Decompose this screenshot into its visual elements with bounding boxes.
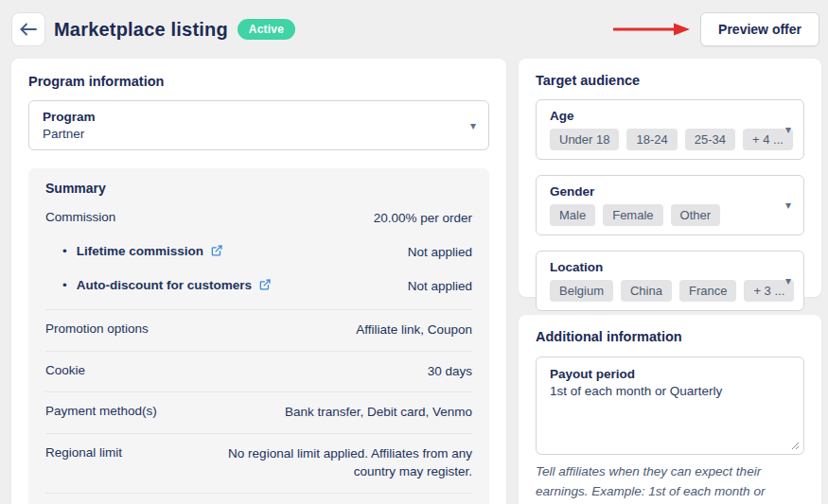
program-select[interactable]: Program Partner ▾ — [28, 100, 489, 150]
age-chip: 18-24 — [626, 129, 677, 150]
location-chip: China — [621, 280, 672, 302]
age-chip: 25-34 — [685, 129, 735, 150]
lifetime-commission-row: Lifetime commission Not applied — [45, 244, 472, 262]
auto-discount-text: Auto-discount for customers — [77, 278, 252, 292]
payout-period-textarea[interactable]: Payout period 1st of each month or Quart… — [536, 356, 804, 455]
application-review-row: Application review Auto-approval — [45, 493, 472, 504]
cookie-label: Cookie — [45, 363, 85, 377]
location-chip: Belgium — [550, 280, 613, 302]
cookie-row: Cookie 30 days — [45, 351, 472, 392]
commission-value: 20.00% per order — [374, 210, 472, 228]
commission-label: Commission — [45, 210, 115, 224]
lifetime-commission-value: Not applied — [408, 244, 472, 262]
payout-period-label: Payout period — [550, 367, 790, 381]
auto-discount-label: Auto-discount for customers — [62, 278, 272, 292]
age-chip: Under 18 — [550, 129, 619, 150]
promotion-options-row: Promotion options Affiliate link, Coupon — [45, 309, 472, 351]
lifetime-commission-text: Lifetime commission — [77, 244, 203, 258]
additional-information-title: Additional information — [536, 329, 804, 344]
target-audience-card: Target audience Age Under 18 18-24 25-34… — [519, 59, 821, 297]
program-label: Program — [43, 110, 456, 124]
program-information-card: Program information Program Partner ▾ Su… — [11, 59, 506, 504]
location-select[interactable]: Location Belgium China France + 3 ... ▾ — [536, 251, 804, 311]
external-link-icon[interactable] — [210, 244, 223, 257]
summary-title: Summary — [45, 181, 472, 196]
location-label: Location — [550, 260, 771, 274]
age-select[interactable]: Age Under 18 18-24 25-34 + 4 ... ▾ — [536, 99, 804, 160]
page-header: Marketplace listing Active Preview offer — [0, 0, 828, 59]
payment-methods-label: Payment method(s) — [45, 404, 157, 418]
lifetime-commission-label: Lifetime commission — [62, 244, 223, 258]
gender-chip: Female — [603, 204, 662, 226]
target-audience-title: Target audience — [536, 73, 804, 88]
gender-chip: Other — [671, 204, 721, 226]
promotion-options-value: Affiliate link, Coupon — [356, 322, 472, 339]
preview-offer-button[interactable]: Preview offer — [700, 12, 819, 46]
resize-handle-icon[interactable] — [790, 441, 800, 450]
chevron-down-icon: ▾ — [470, 120, 476, 131]
payment-methods-row: Payment method(s) Bank transfer, Debit c… — [45, 391, 472, 433]
age-label: Age — [550, 109, 771, 123]
external-link-icon[interactable] — [258, 278, 272, 291]
gender-chip: Male — [550, 204, 595, 226]
status-badge: Active — [238, 19, 295, 40]
commission-row: Commission 20.00% per order — [45, 210, 472, 228]
program-information-title: Program information — [28, 74, 489, 89]
page-title: Marketplace listing — [54, 19, 228, 41]
regional-limit-label: Regional limit — [45, 445, 122, 460]
additional-information-card: Additional information Payout period 1st… — [519, 315, 821, 504]
summary-panel: Summary Commission 20.00% per order Life… — [28, 168, 489, 504]
payout-hint-text: Tell affiliates when they can expect the… — [536, 462, 804, 504]
auto-discount-value: Not applied — [408, 278, 472, 296]
program-value: Partner — [43, 127, 456, 141]
auto-discount-row: Auto-discount for customers Not applied — [45, 278, 472, 296]
arrow-left-icon — [20, 23, 37, 36]
chevron-down-icon: ▾ — [785, 200, 791, 211]
gender-label: Gender — [550, 184, 771, 199]
red-annotation-arrow-icon — [611, 22, 691, 37]
payout-period-value: 1st of each month or Quarterly — [550, 384, 790, 398]
location-chip: France — [679, 280, 736, 302]
chevron-down-icon: ▾ — [785, 275, 791, 287]
payment-methods-value: Bank transfer, Debit card, Venmo — [285, 404, 472, 422]
cookie-value: 30 days — [428, 363, 472, 381]
chevron-down-icon: ▾ — [785, 124, 791, 135]
regional-limit-row: Regional limit No regional limit applied… — [45, 433, 472, 493]
back-button[interactable] — [11, 12, 45, 46]
gender-select[interactable]: Gender Male Female Other ▾ — [536, 175, 804, 235]
regional-limit-value: No regional limit applied. Affiliates fr… — [219, 445, 472, 481]
promotion-options-label: Promotion options — [45, 322, 149, 336]
